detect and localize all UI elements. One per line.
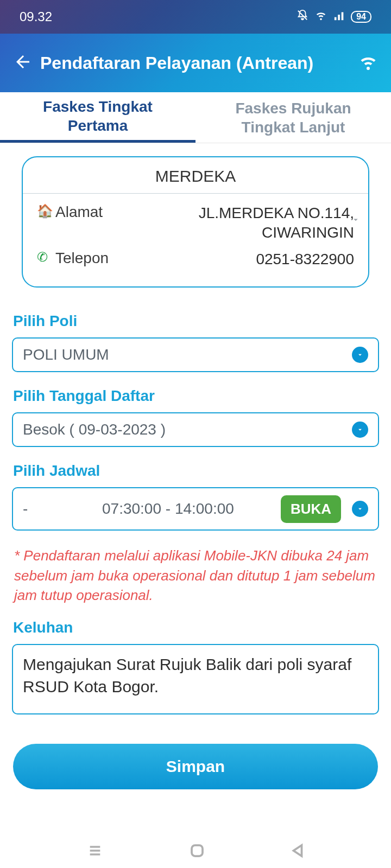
wifi-icon bbox=[314, 9, 328, 24]
address-value: JL.MERDEKA NO.114, CIWARINGIN bbox=[137, 203, 354, 243]
signal-icon bbox=[333, 9, 345, 24]
schedule-select[interactable]: - 07:30:00 - 14:00:00 BUKA bbox=[12, 487, 379, 531]
back-icon[interactable] bbox=[13, 52, 33, 74]
schedule-time: 07:30:00 - 14:00:00 bbox=[55, 500, 281, 518]
address-label: Alamat bbox=[55, 203, 137, 221]
phone-value: 0251-8322900 bbox=[137, 250, 354, 269]
poli-value: POLI UMUM bbox=[23, 346, 352, 363]
chevron-down-icon bbox=[352, 347, 368, 363]
tab-faskes-pertama[interactable]: Faskes Tingkat Pertama bbox=[0, 92, 195, 143]
back-nav-icon[interactable] bbox=[289, 843, 306, 861]
svg-rect-0 bbox=[335, 17, 337, 20]
recents-icon[interactable] bbox=[85, 843, 105, 860]
faskes-name: MERDEKA bbox=[23, 157, 368, 194]
app-header: Pendaftaran Pelayanan (Antrean) bbox=[0, 34, 391, 92]
complaint-input[interactable]: Mengajukan Surat Rujuk Balik dari poli s… bbox=[12, 644, 379, 714]
poli-select[interactable]: POLI UMUM bbox=[12, 337, 379, 372]
system-nav-bar bbox=[0, 835, 391, 868]
svg-rect-6 bbox=[192, 845, 203, 856]
status-badge: BUKA bbox=[281, 495, 341, 523]
connection-icon[interactable] bbox=[358, 52, 378, 74]
battery-indicator: 94 bbox=[351, 11, 371, 23]
svg-rect-1 bbox=[338, 15, 340, 20]
chevron-down-icon bbox=[352, 501, 368, 517]
notification-off-icon bbox=[297, 9, 308, 24]
phone-label: Telepon bbox=[55, 250, 137, 267]
status-time: 09.32 bbox=[20, 9, 52, 24]
svg-rect-2 bbox=[342, 12, 344, 21]
registration-notice: * Pendaftaran melalui aplikasi Mobile-JK… bbox=[12, 546, 379, 619]
chevron-down-icon bbox=[352, 422, 368, 438]
complaint-label: Keluhan bbox=[13, 619, 379, 636]
status-indicators: 94 bbox=[297, 9, 371, 24]
chevron-down-icon[interactable] bbox=[349, 215, 363, 227]
page-title: Pendaftaran Pelayanan (Antrean) bbox=[40, 53, 351, 73]
date-select[interactable]: Besok ( 09-03-2023 ) bbox=[12, 412, 379, 447]
tab-faskes-rujukan[interactable]: Faskes Rujukan Tingkat Lanjut bbox=[195, 92, 391, 143]
home-icon[interactable] bbox=[189, 843, 205, 861]
poli-label: Pilih Poli bbox=[13, 312, 379, 330]
date-label: Pilih Tanggal Daftar bbox=[13, 387, 379, 405]
status-bar: 09.32 94 bbox=[0, 0, 391, 34]
faskes-card[interactable]: MERDEKA 🏠 Alamat JL.MERDEKA NO.114, CIWA… bbox=[22, 156, 369, 288]
house-icon: 🏠 bbox=[37, 203, 55, 219]
tabs-container: Faskes Tingkat Pertama Faskes Rujukan Ti… bbox=[0, 92, 391, 143]
date-value: Besok ( 09-03-2023 ) bbox=[23, 421, 352, 438]
schedule-dash: - bbox=[23, 500, 55, 518]
schedule-label: Pilih Jadwal bbox=[13, 462, 379, 480]
save-button[interactable]: Simpan bbox=[13, 744, 378, 789]
phone-icon: ✆ bbox=[37, 250, 55, 265]
